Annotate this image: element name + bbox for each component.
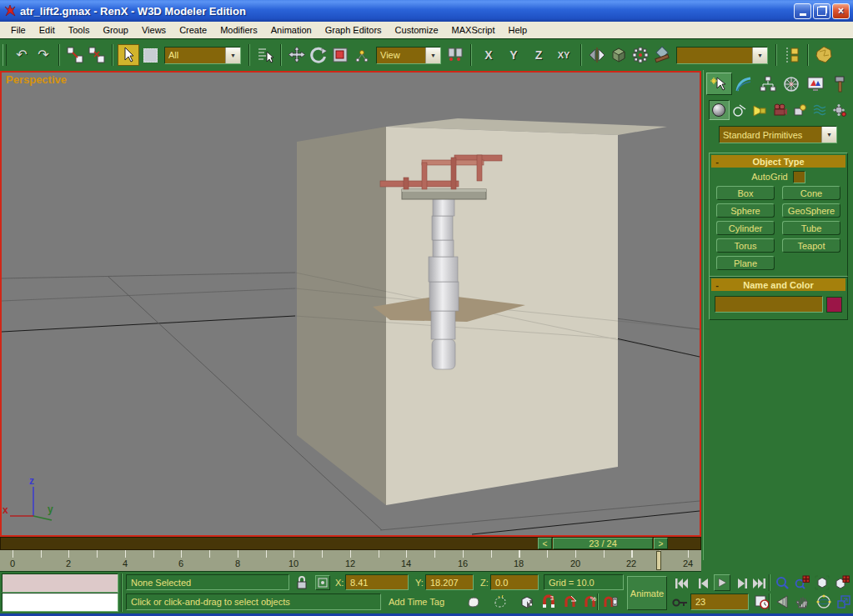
torus-button[interactable]: Torus <box>716 238 775 253</box>
degradation-override-icon[interactable] <box>519 593 535 610</box>
object-color-swatch[interactable] <box>826 297 842 313</box>
current-frame-marker[interactable] <box>656 551 661 570</box>
z-coordinate-field[interactable]: 0.0 <box>490 574 539 590</box>
minimize-button[interactable] <box>794 3 811 19</box>
tab-hierarchy-icon[interactable] <box>755 73 780 95</box>
menu-file[interactable]: File <box>4 23 33 37</box>
restore-button[interactable] <box>813 3 830 19</box>
primitive-category-dropdown[interactable]: Standard Primitives ▼ <box>719 126 837 143</box>
menu-customize[interactable]: Customize <box>389 23 445 37</box>
percent-snap-icon[interactable]: % <box>582 593 599 610</box>
shaded-mode-icon[interactable] <box>465 593 482 610</box>
select-by-name-icon[interactable] <box>254 44 276 66</box>
align-icon[interactable] <box>608 44 630 66</box>
current-frame-field[interactable]: 23 <box>690 593 749 610</box>
autogrid-checkbox[interactable] <box>793 171 805 183</box>
menu-modifiers[interactable]: Modifiers <box>213 23 264 37</box>
schematic-view-icon[interactable] <box>813 44 835 66</box>
x-coordinate-field[interactable]: 8.41 <box>345 574 409 590</box>
plane-button[interactable]: Plane <box>716 256 775 270</box>
track-view-icon[interactable] <box>781 44 803 66</box>
tab-display-icon[interactable] <box>804 73 828 95</box>
geosphere-button[interactable]: GeoSphere <box>782 203 840 218</box>
previous-frame-arrow[interactable]: < <box>538 538 552 549</box>
selection-filter-dropdown[interactable]: All ▼ <box>164 47 241 64</box>
unlink-selection-icon[interactable] <box>86 44 108 66</box>
spinner-snap-icon[interactable] <box>602 593 619 610</box>
cone-button[interactable]: Cone <box>782 186 840 200</box>
tab-create-icon[interactable] <box>706 73 732 95</box>
menu-create[interactable]: Create <box>173 23 213 37</box>
time-slider-handle[interactable]: < 23 / 24 > <box>538 538 668 549</box>
dropdown-arrow-icon[interactable]: ▼ <box>752 48 767 63</box>
select-and-move-icon[interactable] <box>286 44 308 66</box>
menu-tools[interactable]: Tools <box>62 23 97 37</box>
category-systems-icon[interactable] <box>830 100 849 120</box>
select-and-rotate-icon[interactable] <box>308 44 329 66</box>
toolbar-drag-handle[interactable] <box>3 44 7 66</box>
dropdown-arrow-icon[interactable]: ▼ <box>425 48 440 63</box>
reference-coordinate-dropdown[interactable]: View ▼ <box>376 47 441 64</box>
collapse-icon[interactable]: - <box>711 157 723 167</box>
restrict-xy-plane-button[interactable]: XY <box>551 45 576 65</box>
field-of-view-icon[interactable] <box>774 593 790 610</box>
play-animation-icon[interactable] <box>714 574 730 591</box>
restrict-y-button[interactable]: Y <box>501 45 526 65</box>
select-and-scale-icon[interactable] <box>329 44 351 66</box>
teapot-button[interactable]: Teapot <box>782 238 840 253</box>
zoom-extents-all-icon[interactable] <box>834 574 850 591</box>
array-icon[interactable] <box>630 44 651 66</box>
menu-graph-editors[interactable]: Graph Editors <box>319 23 389 37</box>
snap-toggle-3d-icon[interactable]: 3 <box>540 593 557 610</box>
menu-group[interactable]: Group <box>96 23 135 37</box>
zoom-extents-icon[interactable] <box>814 574 830 591</box>
edged-faces-mode-icon[interactable] <box>492 593 509 610</box>
zoom-icon[interactable] <box>774 574 790 591</box>
time-slider-frame-readout[interactable]: 23 / 24 <box>553 538 653 549</box>
sphere-button[interactable]: Sphere <box>716 203 775 218</box>
arc-rotate-icon[interactable] <box>815 593 832 610</box>
use-pivot-point-center-icon[interactable] <box>444 44 466 66</box>
set-key-icon[interactable] <box>672 594 689 611</box>
restrict-x-button[interactable]: X <box>476 45 501 65</box>
collapse-icon[interactable]: - <box>711 280 723 290</box>
previous-frame-icon[interactable] <box>695 575 712 592</box>
track-bar[interactable]: 0 2 4 6 8 10 12 14 16 18 20 22 24 <box>0 550 701 572</box>
category-helpers-icon[interactable] <box>790 100 809 120</box>
select-and-link-icon[interactable] <box>64 44 86 66</box>
tab-motion-icon[interactable] <box>780 73 804 95</box>
zoom-all-icon[interactable] <box>794 574 810 591</box>
menu-views[interactable]: Views <box>135 23 173 37</box>
menu-help[interactable]: Help <box>502 23 534 37</box>
viewport-label[interactable]: Perspective <box>6 73 67 86</box>
select-and-manipulate-icon[interactable] <box>351 44 373 66</box>
object-type-rollout-header[interactable]: - Object Type <box>711 155 845 168</box>
tab-utilities-icon[interactable] <box>827 73 851 95</box>
absolute-offset-mode-icon[interactable] <box>315 575 330 590</box>
material-editor-icon[interactable] <box>651 44 673 66</box>
tube-button[interactable]: Tube <box>782 221 840 235</box>
undo-button[interactable]: ↶ <box>11 44 33 66</box>
menu-edit[interactable]: Edit <box>33 23 62 37</box>
category-lights-icon[interactable] <box>750 100 770 120</box>
dropdown-arrow-icon[interactable]: ▼ <box>225 48 240 63</box>
menu-animation[interactable]: Animation <box>264 23 319 37</box>
animate-button[interactable]: Animate <box>627 576 667 610</box>
box-button[interactable]: Box <box>716 186 775 200</box>
redo-button[interactable]: ↷ <box>33 44 54 66</box>
min-max-toggle-icon[interactable] <box>835 593 852 610</box>
rectangular-selection-region-icon[interactable] <box>139 44 161 66</box>
y-coordinate-field[interactable]: 18.207 <box>425 574 474 590</box>
time-configuration-icon[interactable] <box>754 593 770 610</box>
category-geometry-icon[interactable] <box>709 100 730 120</box>
menu-maxscript[interactable]: MAXScript <box>445 23 502 37</box>
category-shapes-icon[interactable] <box>730 100 750 120</box>
selection-lock-icon[interactable] <box>294 574 310 591</box>
object-name-input[interactable] <box>715 296 823 313</box>
go-to-end-icon[interactable] <box>750 575 767 592</box>
tab-modify-icon[interactable] <box>732 73 756 95</box>
add-time-tag-button[interactable]: Add Time Tag <box>389 593 444 610</box>
maxscript-mini-listener-macro[interactable] <box>2 573 118 593</box>
angle-snap-icon[interactable] <box>562 593 579 610</box>
name-and-color-rollout-header[interactable]: - Name and Color <box>711 278 845 291</box>
